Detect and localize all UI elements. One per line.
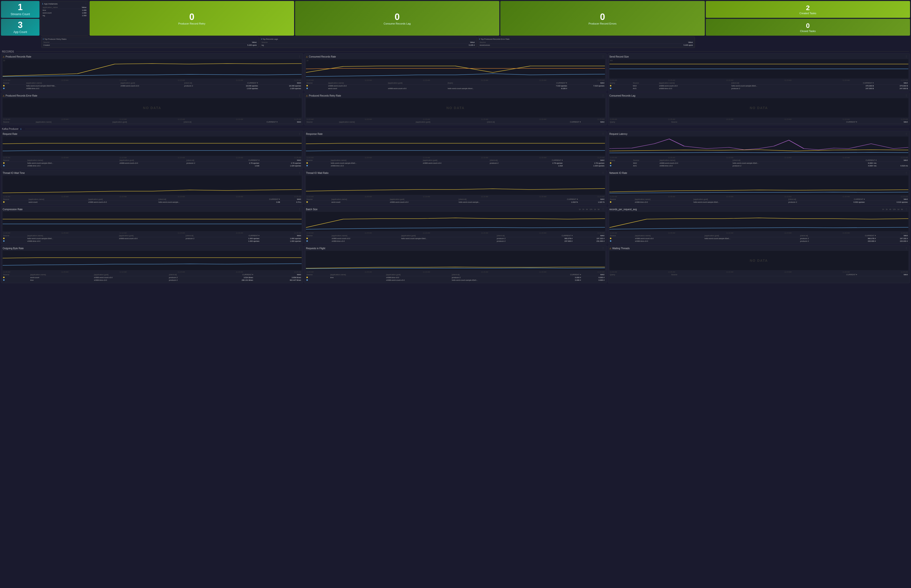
consumed-lag-chart: NO DATA [609,98,908,118]
warn-icon-wait: ⚠ [609,247,612,250]
consume-lag-value: 0 [395,12,400,22]
batch-size-chart [306,212,605,231]
table-row: xh988-time-v3-0 producer-2 220.000 # 220… [609,240,908,242]
outgoing-byte-rate-card: Outgoing Byte Rate ⋮ 11:00 AM11:05 AM11:… [1,245,303,283]
produced-rate-table: Source [application.name] [application.g… [3,82,302,90]
more-options-retry[interactable]: ⋮ [601,94,605,97]
produced-retry-chart: NO DATA [306,98,605,118]
batch-size-table: Source [application.name] [application.g… [306,234,605,242]
producer-errors-card: 0 Producer Record Errors [500,1,705,36]
waiting-threads-card: ⚠ Waiting Threads ⋮ NO DATA 11:00 AM11:0… [608,245,910,283]
kafka-producer-label: Kafka Producer [2,128,19,130]
table-row: xh988-time-v3-0 1.016 ops/sec 1.029 ops/… [3,87,302,90]
producer-errors-value: 0 [600,12,605,22]
created-tasks-card: 2 Created Tasks [706,1,910,18]
more-options-err[interactable]: ⋮ [298,94,302,97]
more-options-rpr[interactable]: ⋮ [904,208,908,211]
created-tasks-value: 2 [806,4,810,12]
table-row: AVG xh988-time-v3-0 producer-2 247.000 B… [609,87,908,90]
thread-io-wait-time-card: Thread IO Wait Time ⋮ 11:00 AM11:05 AM11… [1,170,303,205]
produced-rate-title: Produced Records Rate [6,55,31,58]
more-options-latency[interactable]: ⋮ [904,132,908,136]
consumed-lag-card: Consumed Records Lag ⋮ NO DATA 11:00 AM1… [608,92,910,125]
top-records-lag-table: ℹ Top Records Lags Source Value lag 5.20… [260,37,477,48]
table-row: xh988-word-count-v3-0 7.016 ops/sec 7.01… [306,84,605,87]
request-rate-title: Request Rate [3,132,17,135]
app-instances-data-table: application_name Value time 1.000 word-c… [42,6,87,17]
response-rate-title: Response Rate [306,132,322,135]
table-row: hello-word-count-sample-83e0... xh988-wo… [306,162,605,165]
request-latency-card: Request Latency ⋮ 11:00 AM11:05 AM11:10 … [608,131,910,169]
network-io-table: Source [application.name] [application.g… [609,198,908,204]
time-tabs-batch: 1h 2h 4h 12h 1d 3d [578,208,600,210]
more-options-ioratio[interactable]: ⋮ [601,171,605,174]
requests-in-flight-title: Requests in Flight [306,247,325,250]
more-options-batch[interactable]: ⋮ [601,208,605,211]
more-options-resprate[interactable]: ⋮ [601,132,605,136]
consumed-lag-title: Consumed Records Lag [609,94,636,97]
table-row: hello-word-count-sample-83e0748e... xh98… [3,84,302,87]
no-data-label: NO DATA [609,98,908,118]
table-row: word-count xh988-word-count-v3-0 hello-w… [3,201,302,204]
more-options-outbyte[interactable]: ⋮ [298,247,302,250]
left-stats-stack: 1 Streams Count 3 App Count [1,1,39,36]
waiting-threads-title: Waiting Threads [612,247,629,250]
top-row: 1 Streams Count 3 App Count ℹ App Instan… [0,0,911,37]
time-axis: 11:00 AM11:05 AM11:10 AM11:15 AM11:20 AM… [609,118,908,120]
time-axis: 11:00 AM11:05 AM11:10 AM11:15 AM11:20 AM… [609,79,908,81]
compression-rate-title: Compression Rate [3,208,23,211]
kafka-producer-charts-grid: Request Rate ⋮ 11:00 AM11:05 AM11:10 AM1… [0,131,911,284]
outgoing-byte-table: Source [application.name] [application.g… [3,273,302,281]
table-row: word-count xh988-word-count-v3-0 hello-w… [306,87,605,90]
more-options-iowait[interactable]: ⋮ [298,171,302,174]
table-row: xh988-time-v3-0 1.016 1.029 ops/sec [306,165,605,167]
more-options-consumed[interactable]: ⋮ [601,55,605,58]
records-per-request-table: Source [application.name] [application.g… [609,234,908,242]
more-options-reqrate[interactable]: ⋮ [298,132,302,136]
warn-icon-consumed: ⚠ [306,56,308,58]
network-io-chart [609,176,908,195]
response-rate-card: Response Rate ⋮ 11:00 AM11:05 AM11:10 AM… [304,131,607,169]
thread-io-wait-title: Thread IO Wait Time [3,172,25,174]
more-options-lag[interactable]: ⋮ [904,94,908,97]
info-icon-lag: ℹ [261,38,262,40]
request-latency-table: Query Source [application.name] [client-… [609,159,908,167]
more-options-inflight[interactable]: ⋮ [601,247,605,250]
more-options-networkio[interactable]: ⋮ [904,171,908,174]
app-instances-title: ℹ App Instances ⋮ [42,3,87,5]
producer-retry-card: 0 Producer Record Retry [90,1,294,36]
more-options-send[interactable]: ⋮ [904,55,908,58]
no-data-label: NO DATA [609,251,908,270]
compression-chart [3,212,302,231]
request-latency-chart [609,137,908,156]
more-options-icon[interactable]: ⋮ [85,3,87,5]
time-axis: 11:00 AM11:05 AM11:10 AM11:15 AM11:20 AM… [306,79,605,81]
table-row: time xh988-time-v3-0 producer-2 286.131 … [3,279,302,281]
records-per-request-chart [609,212,908,231]
outgoing-byte-title: Outgoing Byte Rate [3,247,24,250]
consumed-lag-table: Query Source CURRENT ▾ MAX [609,121,908,124]
send-record-size-card: Send Record Size ⋮ 400 11:00 AM11:05 AM1… [608,53,910,92]
produced-retry-table: Source [application.name] [application.g… [306,121,605,124]
streams-count-card: 1 Streams Count [1,1,39,18]
table-row: lag 1.000 [42,14,87,17]
time-axis: 11:00 AM11:05 AM11:10 AM11:15 AM11:20 AM… [306,118,605,120]
network-io-rate-card: Network IO Rate ⋮ 11:00 AM11:05 AM11:10 … [608,170,910,205]
records-per-request-title: records_per_request_avg [609,208,637,211]
produced-retry-rate-card: ⚠ Produced Records Retry Rate ⋮ NO DATA … [304,92,607,125]
produced-errors-title: Produced Records Error Rate [6,94,37,97]
more-options-wait[interactable]: ⋮ [904,247,908,250]
batch-size-card: Batch Size 1h 2h 4h 12h 1d 3d ⋮ 11: [304,206,607,244]
table-row: lag 5.205 # [261,44,476,47]
consumed-rate-table: Source [application.name] [application.g… [306,82,605,90]
thread-io-wait-time-table: Source [application.name] [application.g… [3,198,302,204]
time-tabs-rpr: 1h 2h 4h 12h 1d 3d [882,208,903,210]
produced-retry-title: Produced Records Retry Rate [309,94,341,97]
info-icon-errors: ℹ [479,38,480,40]
more-options-compress[interactable]: ⋮ [298,208,302,211]
consume-lag-label: Consume Records Lag [383,22,411,25]
requests-in-flight-table: Source [application.name] [application.g… [306,273,605,281]
more-options-produced[interactable]: ⋮ [298,55,302,58]
response-rate-table: Source [application.name] [application.g… [306,159,605,167]
producer-errors-label: Producer Record Errors [589,22,617,25]
